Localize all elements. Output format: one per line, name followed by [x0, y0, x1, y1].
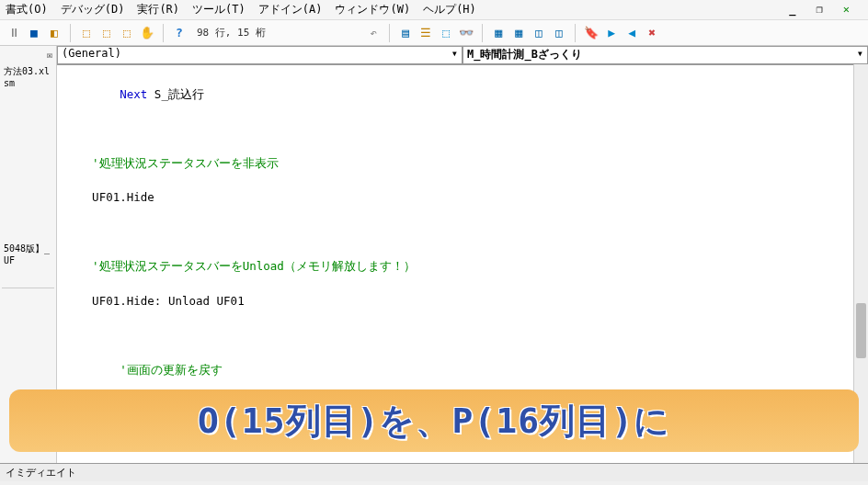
- separator: [575, 24, 576, 42]
- caption-text: O(15列目)を、P(16列目)に: [198, 398, 670, 445]
- sidebar-close[interactable]: ☒: [2, 48, 54, 62]
- step-icon[interactable]: ⬚: [78, 25, 95, 41]
- menu-tool[interactable]: ツール(T): [192, 2, 246, 17]
- next-bookmark-icon[interactable]: ▶: [603, 25, 620, 41]
- break-icon[interactable]: ◧: [46, 25, 63, 41]
- maximize-button[interactable]: ❐: [817, 3, 823, 16]
- editor-combos: (General)▾ M_時間計測_Bざっくり▾: [57, 46, 868, 65]
- stop-icon[interactable]: ■: [26, 25, 42, 41]
- step3-icon[interactable]: ⬚: [119, 25, 135, 41]
- scrollbar-thumb[interactable]: [856, 303, 866, 358]
- sidebar-item-workbook[interactable]: 方法03.xlsm: [2, 62, 54, 92]
- minimize-button[interactable]: _: [789, 3, 795, 16]
- sidebar-item-module[interactable]: 5048版】_UF: [2, 239, 54, 269]
- menu-format[interactable]: 書式(O): [6, 2, 48, 17]
- uncomment-icon[interactable]: ◫: [551, 25, 567, 41]
- bookmark-icon[interactable]: 🔖: [583, 25, 600, 41]
- procedure-combo[interactable]: M_時間計測_Bざっくり▾: [463, 46, 868, 64]
- step2-icon[interactable]: ⬚: [98, 25, 115, 41]
- hand-icon[interactable]: ✋: [139, 25, 155, 41]
- menubar: 書式(O) デバッグ(D) 実行(R) ツール(T) アドイン(A) ウィンドウ…: [0, 0, 868, 20]
- outdent-icon[interactable]: ▦: [510, 25, 527, 41]
- separator: [389, 24, 390, 42]
- close-button[interactable]: ✕: [843, 3, 850, 16]
- object-combo[interactable]: (General)▾: [57, 46, 463, 64]
- comment-icon[interactable]: ◫: [531, 25, 547, 41]
- watch-icon[interactable]: 👓: [458, 25, 474, 41]
- menu-addin[interactable]: アドイン(A): [258, 2, 323, 17]
- menu-window[interactable]: ウィンドウ(W): [335, 2, 410, 17]
- clear-bookmark-icon[interactable]: ✖: [644, 25, 660, 41]
- cursor-position: 98 行, 15 桁: [197, 26, 266, 39]
- separator: [482, 24, 483, 42]
- window-buttons: _ ❐ ✕: [789, 3, 862, 16]
- caption-overlay: O(15列目)を、P(16列目)に: [9, 389, 859, 452]
- browser-icon[interactable]: ⬚: [438, 25, 454, 41]
- toolbar: ⏸ ■ ◧ ⬚ ⬚ ⬚ ✋ ? 98 行, 15 桁 ↶ ▤ ☰ ⬚ 👓 ▦ ▦…: [0, 20, 868, 46]
- separator: [70, 24, 71, 42]
- undo-icon[interactable]: ↶: [365, 25, 382, 41]
- help-icon[interactable]: ?: [171, 25, 188, 41]
- menu-help[interactable]: ヘルプ(H): [423, 2, 476, 17]
- separator: [163, 24, 164, 42]
- indent-icon[interactable]: ▦: [490, 25, 507, 41]
- menu-debug[interactable]: デバッグ(D): [61, 2, 125, 17]
- menu-run[interactable]: 実行(R): [137, 2, 179, 17]
- pause-icon[interactable]: ⏸: [6, 25, 22, 41]
- immediate-window[interactable]: イミディエイト: [0, 463, 868, 481]
- prev-bookmark-icon[interactable]: ◀: [623, 25, 640, 41]
- properties-icon[interactable]: ☰: [417, 25, 434, 41]
- project-icon[interactable]: ▤: [397, 25, 414, 41]
